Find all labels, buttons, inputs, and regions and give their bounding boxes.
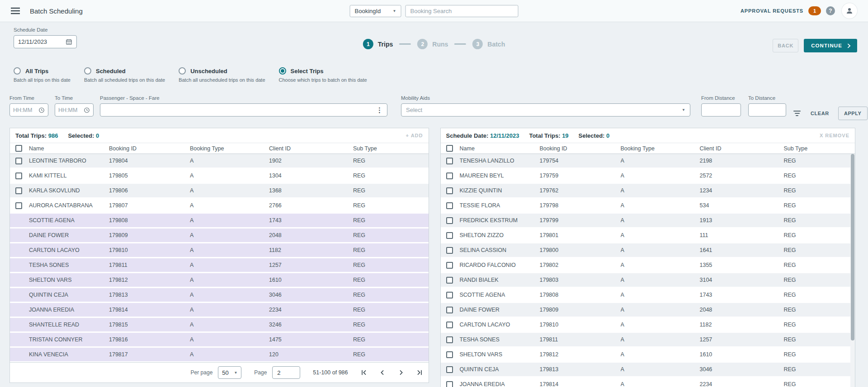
- table-row[interactable]: JOANNA EREDIA179814A2234REG: [441, 378, 855, 387]
- clock-icon[interactable]: [84, 107, 90, 113]
- row-checkbox[interactable]: [446, 158, 453, 164]
- mode-option-all-trips[interactable]: All TripsBatch all trips on this date: [14, 67, 71, 83]
- calendar-icon[interactable]: [66, 38, 72, 45]
- row-checkbox[interactable]: [15, 158, 22, 164]
- row-checkbox[interactable]: [446, 247, 453, 254]
- row-checkbox[interactable]: [446, 336, 453, 343]
- from-time-input[interactable]: [9, 103, 48, 117]
- table-row[interactable]: TESHA SONES179811A1257REG: [441, 333, 855, 346]
- mobility-aids-select[interactable]: Select ▼: [401, 103, 690, 117]
- first-page-icon[interactable]: [360, 369, 368, 376]
- page-input[interactable]: [272, 366, 300, 379]
- row-checkbox[interactable]: [446, 381, 453, 387]
- from-distance-input[interactable]: [701, 103, 741, 117]
- from-time-value[interactable]: [13, 107, 34, 113]
- vertical-scrollbar[interactable]: [850, 154, 855, 387]
- table-row[interactable]: LEONTINE TARBORO179804A1902REG: [10, 154, 429, 168]
- table-row[interactable]: KAMI KITTELL179805A1304REG: [10, 169, 429, 182]
- row-checkbox[interactable]: [446, 307, 453, 313]
- table-row[interactable]: SCOTTIE AGENA179808A1743REG: [10, 214, 429, 227]
- filter-list-icon[interactable]: [793, 109, 802, 118]
- radio-all-trips[interactable]: [14, 67, 21, 75]
- table-row[interactable]: TESHA SONES179811A1257REG: [10, 258, 429, 272]
- table-row[interactable]: SHELTON VARS179812A1610REG: [10, 273, 429, 287]
- to-time-input[interactable]: [55, 103, 94, 117]
- schedule-date-input[interactable]: [14, 35, 77, 48]
- row-checkbox[interactable]: [446, 366, 453, 373]
- table-row[interactable]: JOANNA EREDIA179814A2234REG: [10, 303, 429, 317]
- row-checkbox[interactable]: [15, 173, 22, 179]
- table-row[interactable]: TRISTAN CONNYER179816A1475REG: [10, 333, 429, 346]
- row-checkbox[interactable]: [446, 217, 453, 224]
- row-checkbox[interactable]: [15, 187, 22, 194]
- table-row[interactable]: CARLTON LACAYO179810A1182REG: [441, 318, 855, 331]
- to-time-value[interactable]: [58, 107, 79, 113]
- table-row[interactable]: AURORA CANTABRANA179807A2766REG: [10, 199, 429, 212]
- table-row[interactable]: FREDRICK EKSTRUM179799A1913REG: [441, 214, 855, 227]
- per-page-label: Per page: [191, 369, 213, 376]
- row-checkbox[interactable]: [15, 202, 22, 209]
- booking-search-input[interactable]: [406, 5, 519, 17]
- table-row[interactable]: SELINA CASSION179800A1641REG: [441, 243, 855, 257]
- add-button[interactable]: + ADD: [406, 133, 423, 138]
- row-checkbox[interactable]: [446, 277, 453, 284]
- row-checkbox-cell: [441, 336, 460, 343]
- table-row[interactable]: SCOTTIE AGENA179808A1743REG: [441, 288, 855, 302]
- clear-button[interactable]: CLEAR: [811, 111, 829, 116]
- table-row[interactable]: TESSIE FLORA179798A534REG: [441, 199, 855, 212]
- mode-option-scheduled[interactable]: ScheduledBatch all scheduled trips on th…: [84, 67, 165, 83]
- clock-icon[interactable]: [38, 107, 45, 113]
- row-checkbox[interactable]: [446, 262, 453, 269]
- table-row[interactable]: KINA VENECIA179817A120REG: [10, 348, 429, 361]
- schedule-date-value[interactable]: [18, 38, 60, 45]
- to-distance-input[interactable]: [748, 103, 786, 117]
- psf-value[interactable]: [104, 107, 376, 113]
- row-checkbox[interactable]: [446, 351, 453, 358]
- apply-button[interactable]: APPLY: [838, 107, 868, 120]
- kebab-menu-icon[interactable]: ⋮: [376, 106, 383, 114]
- table-row[interactable]: QUINTIN CEJA179813A3046REG: [10, 288, 429, 302]
- table-row[interactable]: RICARDO FALCONIO179802A1355REG: [441, 258, 855, 272]
- user-avatar-icon[interactable]: [842, 3, 857, 19]
- table-row[interactable]: SHANTELLE READ179815A3246REG: [10, 318, 429, 331]
- search-type-select[interactable]: BookingId ▼: [350, 5, 401, 17]
- mode-option-unscheduled[interactable]: UnscheduledBatch all unscheduled trips o…: [179, 67, 265, 83]
- per-page-select[interactable]: 50 ▼: [218, 366, 241, 379]
- continue-label: CONTINUE: [811, 43, 842, 48]
- row-checkbox[interactable]: [446, 322, 453, 328]
- back-button[interactable]: BACK: [773, 39, 798, 52]
- radio-unscheduled[interactable]: [179, 67, 186, 75]
- row-checkbox[interactable]: [446, 202, 453, 209]
- table-row[interactable]: QUINTIN CEJA179813A3046REG: [441, 363, 855, 376]
- prev-page-icon[interactable]: [379, 369, 386, 376]
- next-page-icon[interactable]: [397, 369, 405, 376]
- table-row[interactable]: SHELTON ZIZZO179801A111REG: [441, 228, 855, 242]
- table-row[interactable]: TENESHA LANZILLO179754A2198REG: [441, 154, 855, 168]
- select-all-checkbox[interactable]: [15, 145, 22, 152]
- psf-input[interactable]: ⋮: [100, 103, 387, 117]
- approval-requests-link[interactable]: APPROVAL REQUESTS: [741, 8, 803, 14]
- table-row[interactable]: MAUREEN BEYL179759A2572REG: [441, 169, 855, 182]
- radio-select-trips[interactable]: [279, 67, 286, 75]
- select-all-checkbox[interactable]: [446, 145, 453, 152]
- remove-button[interactable]: X REMOVE: [820, 133, 849, 138]
- table-row[interactable]: CARLTON LACAYO179810A1182REG: [10, 243, 429, 257]
- table-row[interactable]: DAINE FOWER179809A2048REG: [10, 228, 429, 242]
- row-checkbox[interactable]: [446, 232, 453, 239]
- row-checkbox[interactable]: [446, 187, 453, 194]
- help-icon[interactable]: ?: [826, 6, 835, 15]
- table-row[interactable]: KARLA SKOVLUND179806A1368REG: [10, 184, 429, 197]
- table-row[interactable]: SHELTON VARS179812A1610REG: [441, 348, 855, 361]
- mode-option-select-trips[interactable]: Select TripsChoose which trips to batch …: [279, 67, 367, 83]
- menu-icon[interactable]: [11, 7, 20, 14]
- last-page-icon[interactable]: [416, 369, 423, 376]
- continue-button[interactable]: CONTINUE: [804, 39, 857, 52]
- cell-client-id: 111: [700, 232, 784, 238]
- row-checkbox[interactable]: [446, 173, 453, 179]
- table-row[interactable]: KIZZIE QUINTIN179762A1234REG: [441, 184, 855, 197]
- table-row[interactable]: DAINE FOWER179809A2048REG: [441, 303, 855, 317]
- radio-scheduled[interactable]: [84, 67, 91, 75]
- scrollbar-thumb[interactable]: [851, 154, 854, 340]
- row-checkbox[interactable]: [446, 292, 453, 298]
- table-row[interactable]: RANDI BIALEK179803A3104REG: [441, 273, 855, 287]
